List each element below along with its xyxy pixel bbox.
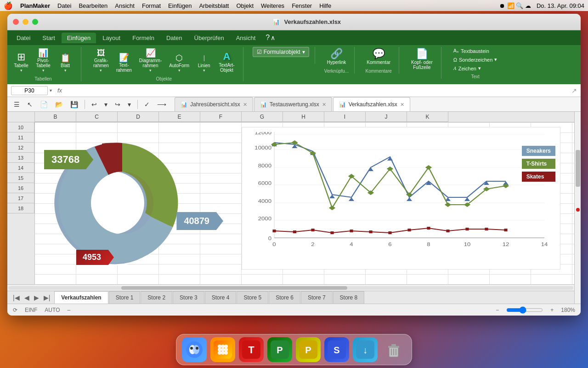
tab-start[interactable]: Start xyxy=(37,33,60,43)
collapse-ribbon-icon[interactable]: ∧ xyxy=(271,34,275,41)
new-file-icon[interactable]: 📄 xyxy=(37,100,51,109)
pivot-tabelle-button[interactable]: 📊 Pivot-Tabelle ▾ xyxy=(33,47,53,75)
formularobjekt-button[interactable]: ☑ Formularobjekt ▾ xyxy=(253,47,309,57)
row-17[interactable]: 17 xyxy=(7,193,34,203)
tab-einfuegen[interactable]: Einfügen xyxy=(62,33,96,43)
col-header-c[interactable]: C xyxy=(76,112,118,122)
kopf-fuss-button[interactable]: 📄 Kopf- oderFußzeile xyxy=(408,47,435,72)
sheet-tab-store4[interactable]: Store 4 xyxy=(205,291,237,304)
test-tab-close[interactable]: ✕ xyxy=(322,102,326,108)
dock-downloads[interactable]: ↓ xyxy=(353,337,378,362)
tab-layout[interactable]: Layout xyxy=(97,33,126,43)
col-header-g[interactable]: G xyxy=(242,112,283,122)
zoom-out-icon[interactable]: − xyxy=(496,307,499,313)
row-14[interactable]: 14 xyxy=(7,163,34,173)
menu-format[interactable]: Format xyxy=(142,2,161,9)
textrahmen-button[interactable]: 📝 Text-rahmen xyxy=(113,52,135,75)
row-13[interactable]: 13 xyxy=(7,153,34,163)
cell-reference[interactable] xyxy=(11,86,48,95)
row-12[interactable]: 12 xyxy=(7,143,34,153)
col-header-i[interactable]: I xyxy=(324,112,366,122)
zeichen-button[interactable]: 𝐴 Zeichen ▾ xyxy=(451,64,484,72)
col-header-f[interactable]: F xyxy=(200,112,242,122)
col-header-h[interactable]: H xyxy=(283,112,324,122)
tab-ueberpruefen[interactable]: Überprüfen xyxy=(189,33,230,43)
cell-ref-dropdown[interactable]: ▾ xyxy=(50,88,52,93)
tabelle-button[interactable]: ⊞ Tabelle ▾ xyxy=(11,50,31,75)
tab-ansicht[interactable]: Ansicht xyxy=(231,33,261,43)
dock-planmaker[interactable]: P xyxy=(267,337,292,362)
sheet-tab-store6[interactable]: Store 6 xyxy=(269,291,300,304)
jahres-tab-close[interactable]: ✕ xyxy=(243,102,247,108)
grafikrahmen-button[interactable]: 🖼 Grafik-rahmen ▾ xyxy=(90,47,112,75)
vert-scroll-thumb[interactable] xyxy=(576,150,580,187)
menu-objekt[interactable]: Objekt xyxy=(236,2,254,9)
arrow-icon[interactable]: ⟶ xyxy=(154,100,169,109)
help-icon[interactable]: ? xyxy=(266,34,270,42)
cells-area[interactable]: 33768 40879 4953 0 xyxy=(35,122,574,284)
save-button[interactable]: 💾 xyxy=(68,100,81,109)
line-chart[interactable]: 0 2000 4000 6000 8000 10000 12000 xyxy=(242,127,560,270)
dock-launchpad[interactable] xyxy=(210,337,235,362)
horizontal-scrollbar[interactable] xyxy=(7,284,574,291)
diagrammrahmen-button[interactable]: 📈 Diagramm-rahmen ▾ xyxy=(136,47,164,75)
apple-menu[interactable]: 🍎 xyxy=(4,1,13,10)
sheet-tab-store1[interactable]: Store 1 xyxy=(109,291,141,304)
open-file-icon[interactable]: 📂 xyxy=(52,100,66,109)
col-header-k[interactable]: K xyxy=(407,112,448,122)
col-header-b[interactable]: B xyxy=(35,112,76,122)
check-icon[interactable]: ✓ xyxy=(141,100,153,109)
traffic-lights[interactable] xyxy=(13,19,38,25)
redo-button[interactable]: ↪ xyxy=(112,100,123,109)
verkauf-tab-close[interactable]: ✕ xyxy=(400,102,404,108)
col-header-e[interactable]: E xyxy=(159,112,200,122)
menu-arbeitsblatt[interactable]: Arbeitsblatt xyxy=(199,2,229,9)
sheet-tab-store2[interactable]: Store 2 xyxy=(141,291,172,304)
sheet-tab-store8[interactable]: Store 8 xyxy=(333,291,365,304)
dock-trash[interactable] xyxy=(381,337,406,362)
dock-textmaker[interactable]: T xyxy=(239,337,264,362)
blatt-button[interactable]: 📋 Blatt ▾ xyxy=(55,52,75,75)
menu-hilfe[interactable]: Hilfe xyxy=(319,2,331,9)
doc-tab-jahresuebersicht[interactable]: 📊 Jahresübersicht.xlsx ✕ xyxy=(175,97,253,111)
menu-weiteres[interactable]: Weiteres xyxy=(261,2,284,9)
minimize-button[interactable] xyxy=(23,19,28,25)
dock-finder[interactable] xyxy=(182,337,207,362)
tab-daten[interactable]: Daten xyxy=(161,33,188,43)
zoom-slider[interactable] xyxy=(506,306,543,314)
doc-tab-verkaufszahlen[interactable]: 📊 Verkaufszahlen.xlsx ✕ xyxy=(333,97,410,111)
sheet-first-btn[interactable]: |◀ xyxy=(11,293,22,302)
dock-presentations[interactable]: P xyxy=(296,337,321,362)
menu-icon[interactable]: ☰ xyxy=(11,100,23,109)
sheet-tab-store7[interactable]: Store 7 xyxy=(301,291,333,304)
menu-planmaker[interactable]: PlanMaker xyxy=(20,2,50,9)
menu-ansicht[interactable]: Ansicht xyxy=(115,2,135,9)
col-header-j[interactable]: J xyxy=(366,112,407,122)
zoom-in-icon[interactable]: + xyxy=(550,307,554,313)
row-18[interactable]: 18 xyxy=(7,203,34,213)
vertical-scrollbar[interactable] xyxy=(574,112,581,304)
menu-fenster[interactable]: Fenster xyxy=(292,2,312,9)
row-10[interactable]: 10 xyxy=(7,122,34,132)
autoform-button[interactable]: ⬡ AutoForm ▾ xyxy=(166,52,192,75)
menu-einfuegen[interactable]: Einfügen xyxy=(168,2,192,9)
cursor-icon[interactable]: ↖ xyxy=(24,100,35,109)
maximize-button[interactable] xyxy=(32,19,38,25)
close-button[interactable] xyxy=(13,19,19,25)
sheet-tab-verkaufszahlen[interactable]: Verkaufszahlen xyxy=(54,291,108,304)
donut-chart[interactable]: 33768 40879 4953 xyxy=(40,127,232,279)
sheet-last-btn[interactable]: ▶| xyxy=(42,293,52,302)
kommentar-button[interactable]: 💬 Kommentar xyxy=(364,47,393,67)
linien-button[interactable]: ⟋ Linien ▾ xyxy=(194,52,214,75)
sonderzeichen-button[interactable]: Ω Sonderzeichen ▾ xyxy=(451,56,500,63)
textbaustein-button[interactable]: Aₓ Textbaustein xyxy=(451,47,492,55)
row-15[interactable]: 15 xyxy=(7,173,34,183)
h-scroll-thumb[interactable] xyxy=(121,286,347,290)
formula-expand-icon[interactable]: ↗ xyxy=(571,87,577,94)
undo-button[interactable]: ↩ xyxy=(89,100,100,109)
redo-dropdown[interactable]: ▾ xyxy=(125,100,134,109)
textart-button[interactable]: A TextArt-Objekt xyxy=(216,50,237,75)
tab-formeln[interactable]: Formeln xyxy=(127,33,160,43)
col-header-d[interactable]: D xyxy=(118,112,159,122)
sheet-tab-store3[interactable]: Store 3 xyxy=(173,291,204,304)
